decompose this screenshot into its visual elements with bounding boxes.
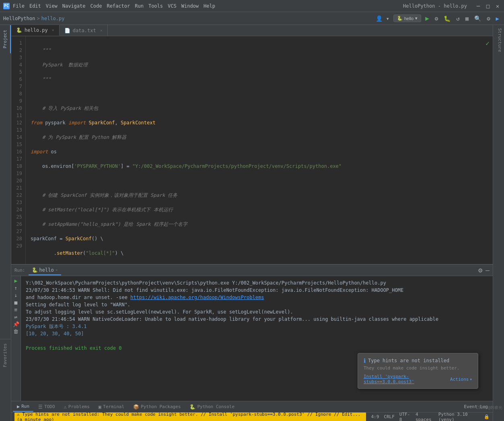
breadcrumb-project[interactable]: HelloPython [3, 16, 35, 21]
tab-hello-py[interactable]: 🐍 hello.py ✕ [11, 25, 60, 36]
close-run-button[interactable]: ≡ [13, 307, 19, 313]
menu-refactor[interactable]: Refactor [107, 3, 130, 9]
notification-popup: ℹ Type hints are not installed They coul… [358, 353, 478, 389]
main-container: HelloPython > hello.py 👤 ▾ 🐍 hello ▾ ▶ ⚙… [0, 12, 504, 421]
output-line-2: 23/07/30 21:46:53 WARN Shell: Did not fi… [26, 287, 488, 294]
status-right: 4:9 CRLF UTF-8 4 spaces Python 3.10 (ven… [371, 412, 490, 421]
nav-right: 👤 ▾ 🐍 hello ▾ ▶ ⚙ 🐛 ↺ ■ 🔍 ⚙ ▶ [374, 14, 501, 23]
run-tab-name: hello [39, 267, 54, 273]
notification-title: ℹ Type hints are not installed [364, 357, 472, 364]
breadcrumb-file[interactable]: hello.py [41, 16, 65, 21]
run-settings-button[interactable]: ⚙ [478, 267, 483, 274]
problems-tab-icon: ⚠ [64, 404, 67, 410]
tab-hello-py-icon: 🐍 [16, 27, 22, 33]
run-button[interactable]: ▶ [424, 14, 431, 23]
notification-title-text: Type hints are not installed [368, 358, 449, 363]
menu-code[interactable]: Code [91, 3, 102, 9]
nav-bar: HelloPython > hello.py 👤 ▾ 🐍 hello ▾ ▶ ⚙… [0, 12, 504, 25]
bottom-tab-todo[interactable]: ☰ TODO [34, 402, 59, 411]
structure-panel-label[interactable]: Structure [493, 25, 504, 56]
wrap-button[interactable]: ⇌ [13, 314, 19, 320]
run-tab-hello[interactable]: 🐍 hello ✕ [29, 266, 61, 275]
bottom-tab-terminal[interactable]: ▣ Terminal [95, 402, 128, 411]
python-console-tab-label: Python Console [197, 404, 235, 409]
app-icon: PC [3, 3, 10, 9]
bottom-tab-run[interactable]: ▶ Run [13, 402, 33, 412]
output-line-3: and hadoop.home.dir are unset. -see http… [26, 294, 488, 301]
run-tab-label: Run [21, 404, 29, 409]
menu-run[interactable]: Run [135, 3, 144, 9]
minimize-button[interactable]: ─ [475, 3, 481, 9]
status-indent[interactable]: 4 spaces [416, 412, 434, 421]
output-blank [26, 337, 488, 345]
settings-button[interactable]: ⚙ [485, 14, 492, 23]
scroll-down-button[interactable]: ↓ [13, 292, 19, 298]
run-panel-header: Run: 🐍 hello ✕ ⚙ ─ [11, 265, 493, 276]
run-tab-icon: 🐍 [32, 267, 38, 273]
tab-data-txt[interactable]: 📄 data.txt ✕ [60, 25, 108, 36]
bottom-tab-problems[interactable]: ⚠ Problems [60, 402, 94, 411]
output-line-1: Y:\002_WorkSpace\PycharmProjects\pythonP… [26, 279, 488, 287]
python-console-tab-icon: 🐍 [189, 404, 195, 410]
tab-data-txt-label: data.txt [73, 28, 96, 33]
watermark: CSDN @韩睿光 [476, 405, 502, 411]
tab-hello-py-close[interactable]: ✕ [52, 28, 54, 32]
actions-dropdown[interactable]: Actions ▾ [450, 377, 472, 382]
run-header-right: ⚙ ─ [478, 267, 490, 274]
bottom-tab-python-console[interactable]: 🐍 Python Console [185, 402, 239, 411]
status-position[interactable]: 4:9 [371, 414, 379, 419]
status-warning-text: ⚠ Type hints are not installed: They cou… [17, 412, 364, 421]
stop-run-button[interactable]: ■ [13, 299, 19, 305]
rerun-run-button[interactable]: ▶ [13, 278, 19, 284]
delete-button[interactable]: 🗑 [13, 328, 19, 334]
plugin-button[interactable]: ▶ [494, 14, 501, 23]
terminal-tab-label: Terminal [103, 404, 124, 409]
title-bar: PC File Edit View Navigate Code Refactor… [0, 0, 504, 12]
rerun-button[interactable]: ↺ [455, 14, 461, 23]
actions-label: Actions [450, 377, 469, 382]
favorites-panel: Favorites [0, 339, 11, 373]
menu-window[interactable]: Window [181, 3, 199, 9]
pin-button[interactable]: 📌 [13, 321, 19, 327]
hadoop-link[interactable]: https://wiki.apache.org/hadoop/WindowsPr… [130, 295, 264, 300]
run-panel: Run: 🐍 hello ✕ ⚙ ─ ▶ ↑ [11, 264, 493, 401]
menu-navigate[interactable]: Navigate [62, 3, 86, 9]
menu-tools[interactable]: Tools [148, 3, 163, 9]
run-config-button[interactable]: 🐍 hello ▾ [393, 14, 421, 22]
menu-help[interactable]: Help [204, 3, 215, 9]
run-close-button[interactable]: ─ [485, 267, 490, 274]
debug-button[interactable]: 🐛 [442, 14, 452, 23]
tab-data-txt-close[interactable]: ✕ [100, 28, 103, 33]
close-button[interactable]: ✕ [494, 3, 501, 9]
stop-button[interactable]: ■ [464, 14, 470, 23]
search-button[interactable]: 🔍 [473, 14, 483, 23]
status-encoding[interactable]: UTF-8 [399, 412, 411, 421]
status-python[interactable]: Python 3.10 (venv) [438, 412, 479, 421]
build-button[interactable]: ⚙ [433, 14, 440, 23]
status-bar: ⚠ Type hints are not installed: They cou… [11, 412, 493, 421]
todo-tab-icon: ☰ [38, 404, 43, 410]
bottom-tabs: ▶ Run ☰ TODO ⚠ Problems ▣ Terminal 📦 [11, 401, 493, 412]
actions-chevron: ▾ [469, 377, 472, 382]
favorites-panel-label[interactable]: Favorites [0, 339, 10, 371]
status-line-ending[interactable]: CRLF [384, 414, 395, 419]
status-warning-bar[interactable]: ⚠ Type hints are not installed: They cou… [14, 413, 366, 421]
breadcrumb-sep1: > [37, 16, 39, 21]
python-packages-tab-icon: 📦 [133, 404, 139, 410]
project-panel-tab[interactable]: Project [0, 25, 11, 53]
scroll-up-button[interactable]: ↑ [13, 285, 19, 291]
output-line-4: Setting default log level to "WARN". [26, 301, 488, 308]
menu-view[interactable]: View [46, 3, 58, 9]
user-icon-button[interactable]: 👤 ▾ [374, 14, 391, 23]
menu-edit[interactable]: Edit [29, 3, 41, 9]
run-tab-close[interactable]: ✕ [56, 268, 58, 272]
run-toolbar: ▶ ↑ ↓ ■ ≡ ⇌ 📌 🗑 [11, 276, 21, 401]
code-content[interactable]: """ PySpark 数据处理 """ # 导入 PySpark 相关包 fr… [26, 36, 493, 264]
menu-vcs[interactable]: VCS [168, 3, 177, 9]
bottom-tab-python-packages[interactable]: 📦 Python Packages [129, 402, 185, 411]
tab-hello-py-label: hello.py [25, 27, 48, 33]
maximize-button[interactable]: □ [485, 3, 491, 9]
code-editor[interactable]: 12345 678910 1112131415 1617181920 21222… [11, 36, 493, 264]
install-stubs-link[interactable]: Install 'pyspark-stubs==3.0.0.post3' [364, 374, 450, 384]
menu-file[interactable]: File [13, 3, 25, 9]
